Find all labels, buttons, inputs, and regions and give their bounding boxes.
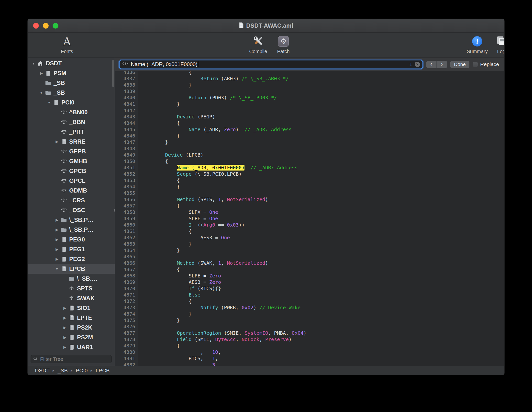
close-button[interactable] bbox=[33, 23, 39, 29]
chevron-right-icon[interactable]: ▶ bbox=[61, 306, 68, 310]
scope-icon bbox=[60, 139, 67, 144]
sidebar-item-peg2[interactable]: ▶PEG2 bbox=[28, 254, 115, 264]
breadcrumb-item-lpcb[interactable]: LPCB bbox=[96, 367, 110, 374]
tree-item-label: GPCB bbox=[69, 168, 86, 174]
sidebar-item-bbn[interactable]: _BBN bbox=[28, 117, 115, 127]
log-button[interactable]: Log bbox=[485, 34, 505, 54]
find-previous-button[interactable]: ‹ bbox=[426, 61, 437, 68]
sidebar-item-srre[interactable]: ▶SRRE bbox=[28, 137, 115, 147]
scope-icon bbox=[68, 305, 75, 311]
sidebar-item-gepb[interactable]: GEPB bbox=[28, 147, 115, 156]
toolbar-label: Patch bbox=[277, 49, 289, 54]
sidebar-item-gpcl[interactable]: GPCL bbox=[28, 176, 115, 186]
sidebar-item-osc[interactable]: _OSC bbox=[28, 205, 115, 215]
sidebar-item-sio1[interactable]: ▶SIO1 bbox=[28, 303, 115, 313]
chevron-down-icon[interactable]: ▼ bbox=[30, 61, 37, 65]
toolbar-label: Compile bbox=[249, 49, 267, 54]
chevron-down-icon[interactable]: ▼ bbox=[38, 91, 45, 95]
sidebar-item-gmhb[interactable]: GMHB bbox=[28, 156, 115, 166]
tree-filter-input[interactable] bbox=[40, 356, 109, 362]
code-content: { Return (AR03) /* \_SB_.AR03 */ } Retur… bbox=[138, 71, 504, 366]
toolbar-label: Log bbox=[497, 49, 505, 54]
chevron-right-icon[interactable]: ▶ bbox=[61, 326, 68, 330]
line-number: 4866 bbox=[115, 260, 135, 266]
line-number: 4873 bbox=[115, 304, 135, 311]
chevron-right-icon[interactable]: ▶ bbox=[54, 238, 60, 241]
sidebar-item-ps2m[interactable]: ▶PS2M bbox=[28, 332, 115, 342]
sidebar-item-crs[interactable]: _CRS bbox=[28, 195, 115, 205]
sidebar-item-psm[interactable]: ▶PSM bbox=[28, 68, 115, 78]
code-line: } bbox=[142, 317, 504, 323]
tree-item-label: GPCL bbox=[69, 177, 86, 184]
line-number: 4865 bbox=[115, 253, 135, 260]
chevron-right-icon[interactable]: ▶ bbox=[54, 140, 60, 144]
tree-item-label: PS2M bbox=[77, 334, 93, 341]
search-input[interactable]: Name (_ADR, 0x001F0000) 1 ✕ bbox=[119, 60, 423, 69]
sidebar-item-bn00[interactable]: ^BN00 bbox=[28, 107, 115, 117]
sidebar-item-peg1[interactable]: ▶PEG1 bbox=[28, 244, 115, 254]
chevron-down-icon[interactable]: ▼ bbox=[46, 101, 53, 104]
fonts-button[interactable]: A Fonts bbox=[51, 34, 83, 54]
code-editor[interactable]: 4836483748384839484048414842484348444845… bbox=[115, 71, 504, 366]
chevron-down-icon[interactable]: ▼ bbox=[54, 267, 60, 271]
sidebar-item-prt[interactable]: _PRT bbox=[28, 127, 115, 137]
clear-search-button[interactable]: ✕ bbox=[415, 62, 420, 67]
code-line bbox=[142, 88, 504, 94]
log-icon bbox=[496, 36, 505, 47]
breadcrumb-item-sb[interactable]: _SB bbox=[57, 367, 68, 374]
code-line: } bbox=[142, 101, 504, 107]
chevron-right-icon[interactable]: ▶ bbox=[61, 345, 68, 349]
chevron-right-icon[interactable]: ▶ bbox=[54, 247, 60, 251]
sidebar-item-lpte[interactable]: ▶LPTE bbox=[28, 313, 115, 323]
sidebar-item-ps2k[interactable]: ▶PS2K bbox=[28, 323, 115, 332]
tree-filter-field[interactable] bbox=[31, 355, 112, 363]
replace-checkbox[interactable] bbox=[473, 62, 478, 67]
code-line: Return (AR03) /* \_SB_.AR03 */ bbox=[142, 75, 504, 82]
sidebar-item-gdmb[interactable]: GDMB bbox=[28, 186, 115, 195]
sidebar-item-sb[interactable]: ▼_SB bbox=[28, 88, 115, 98]
sidebar-item-sb-p[interactable]: ▶\_SB.P… bbox=[28, 215, 115, 225]
sidebar-item-sb[interactable]: \_SB.… bbox=[28, 274, 115, 284]
code-line: } bbox=[142, 247, 504, 253]
sidebar-item-dsdt[interactable]: ▼DSDT bbox=[28, 58, 115, 68]
code-line: { bbox=[142, 71, 504, 75]
line-number: 4863 bbox=[115, 241, 135, 247]
minimize-button[interactable] bbox=[43, 23, 49, 29]
chevron-right-icon[interactable]: ▶ bbox=[54, 257, 60, 261]
sidebar-item-peg0[interactable]: ▶PEG0 bbox=[28, 235, 115, 244]
sidebar-item-swak[interactable]: SWAK bbox=[28, 293, 115, 303]
sidebar: ▼DSDT▶PSM_SB▼_SB▼PCI0^BN00_BBN_PRT▶SRREG… bbox=[28, 57, 115, 366]
done-button[interactable]: Done bbox=[450, 61, 469, 68]
sidebar-item-uar1[interactable]: ▶UAR1 bbox=[28, 342, 115, 352]
sidebar-item-spts[interactable]: SPTS bbox=[28, 284, 115, 293]
breadcrumb-separator: ▸ bbox=[91, 368, 93, 373]
patch-button[interactable]: ⚙ Patch bbox=[267, 34, 299, 54]
breadcrumb-item-dsdt[interactable]: DSDT bbox=[35, 367, 50, 374]
sidebar-item-sb[interactable]: _SB bbox=[28, 78, 115, 88]
line-number: 4861 bbox=[115, 228, 135, 234]
sidebar-item-sb-p[interactable]: ▶\_SB.P… bbox=[28, 225, 115, 235]
chevron-right-icon[interactable]: ▶ bbox=[54, 218, 60, 222]
code-line: Name (_ADR, Zero) // _ADR: Address bbox=[142, 126, 504, 133]
sidebar-scrollbar[interactable] bbox=[112, 60, 114, 87]
sidebar-item-pci0[interactable]: ▼PCI0 bbox=[28, 98, 115, 107]
tree-item-label: DSDT bbox=[46, 60, 62, 67]
code-line: OperationRegion (SMIE, SystemIO, PMBA, 0… bbox=[142, 330, 504, 336]
breadcrumb-item-pci0[interactable]: PCI0 bbox=[76, 367, 88, 374]
line-number: 4847 bbox=[115, 139, 135, 145]
code-line bbox=[142, 323, 504, 330]
zoom-button[interactable] bbox=[53, 23, 58, 29]
chevron-right-icon[interactable]: ▶ bbox=[38, 71, 45, 75]
editor-pane: Name (_ADR, 0x001F0000) 1 ✕ ‹ › Done Rep… bbox=[115, 57, 504, 366]
find-next-button[interactable]: › bbox=[437, 61, 447, 68]
chevron-right-icon[interactable]: ▶ bbox=[54, 228, 60, 232]
sidebar-item-lpcb[interactable]: ▼LPCB bbox=[28, 264, 115, 274]
tree-item-label: PSM bbox=[54, 70, 66, 77]
line-number: 4876 bbox=[115, 323, 135, 330]
code-line: } bbox=[142, 133, 504, 139]
sidebar-item-gpcb[interactable]: GPCB bbox=[28, 166, 115, 176]
filter-area bbox=[28, 353, 115, 366]
line-number: 4851 bbox=[115, 164, 135, 171]
chevron-right-icon[interactable]: ▶ bbox=[61, 335, 68, 339]
chevron-right-icon[interactable]: ▶ bbox=[61, 316, 68, 320]
